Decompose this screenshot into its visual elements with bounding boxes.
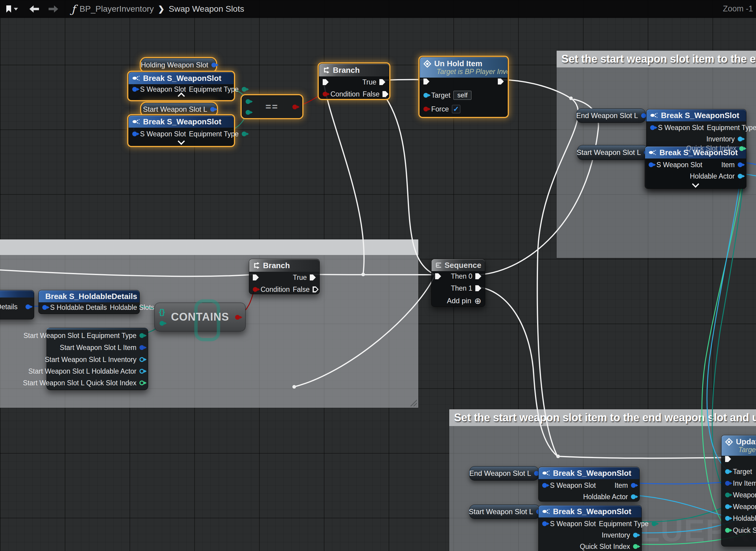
input-pin-s-weapon-slot[interactable] [132,131,137,136]
output-pin-item[interactable] [631,483,636,488]
input-pin-target[interactable] [725,469,730,474]
exec-out-true-pin[interactable] [310,274,316,281]
output-pin-quick-slot-index[interactable] [140,381,144,385]
input-pin-s-weapon-slot[interactable] [132,87,137,92]
node-header[interactable] [0,290,34,298]
node-break-s-weaponslot-4[interactable]: Break S_WeaponSlot S Weapon Slot Item Ho… [645,146,746,189]
breadcrumb-current[interactable]: Swap Weapon Slots [169,4,244,14]
node-get-end-weapon-slot-l[interactable]: End Weapon Slot L [576,108,646,123]
input-pin-s-weapon-slot[interactable] [542,521,547,526]
bookmark-button[interactable] [3,2,20,16]
node-header[interactable]: Break S_WeaponSlot [129,72,234,84]
node-branch-middle[interactable]: Branch True Condition False [249,259,320,294]
node-get-holding-weapon-slot[interactable]: Holding Weapon Slot [141,58,216,72]
output-pin-result[interactable] [292,105,297,109]
node-equal-equal[interactable]: == [242,95,302,118]
node-header[interactable]: Sequence [432,259,485,271]
output-pin-holdable-actor[interactable] [140,369,144,374]
exec-out-true-pin[interactable] [380,79,386,85]
back-button[interactable] [26,2,42,16]
output-pin-holdable-actor[interactable] [631,494,636,499]
output-pin-start-weapon-slot-l[interactable] [210,107,215,112]
exec-in-pin[interactable] [725,456,731,462]
node-header[interactable]: Branch [249,259,319,272]
input-pin-s-holdable-details[interactable] [42,305,47,310]
zoom-level-label: Zoom -1 [723,4,753,13]
output-pin[interactable] [25,305,30,309]
node-sequence[interactable]: Sequence Then 0 Then 1 Add pin ⊕ [431,259,485,307]
input-pin-condition[interactable] [253,287,258,292]
exec-in-pin[interactable] [253,274,259,281]
input-pin-force[interactable] [424,107,428,111]
output-pin-quick-slot-index[interactable] [633,544,638,549]
output-pin-holding-weapon-slot[interactable] [211,63,216,67]
collapse-chevron-icon[interactable] [178,92,185,99]
node-break-s-weaponslot-1[interactable]: Break S_WeaponSlot S Weapon Slot Equipme… [129,72,234,100]
output-pin-inventory[interactable] [140,357,144,362]
input-pin-quick-slot[interactable] [725,528,730,533]
node-local-variable-outputs[interactable]: Start Weapon Slot L Equipment Type Start… [46,328,148,390]
node-update-weapon-clipped[interactable]: Update W Target is B Target Inv Item Wea… [721,435,756,547]
output-pin[interactable] [641,113,646,118]
output-pin-item[interactable] [140,345,144,350]
output-pin-holdable-actor[interactable] [738,174,743,178]
force-checkbox[interactable]: ✓ [452,105,460,113]
output-pin-item[interactable] [738,162,743,167]
node-get-end-weapon-slot-l-bottom[interactable]: End Weapon Slot L [469,466,539,481]
input-pin-target[interactable] [424,93,428,98]
exec-out-false-pin[interactable] [383,91,388,97]
node-contains[interactable]: CONTAINS {} [155,303,246,332]
input-pin-item-to-find[interactable] [160,321,164,326]
exec-out-then0-pin[interactable] [475,273,481,279]
input-pin-weapon-slot-1[interactable] [725,493,730,497]
node-header[interactable]: Break S_WeaponSlot [129,116,234,128]
node-un-hold-item[interactable]: Un Hold Item Target is BP Player Invento… [420,57,508,117]
node-break-s-weaponslot-2[interactable]: Break S_WeaponSlot S Weapon Slot Equipme… [129,115,234,146]
input-pin-condition[interactable] [323,92,327,96]
output-pin-result[interactable] [235,315,240,320]
output-pin-equipment-type[interactable] [242,87,247,92]
node-header[interactable]: Branch [319,64,389,76]
exec-in-pin[interactable] [424,78,430,84]
node-header[interactable]: Break S_WeaponSlot [539,467,640,479]
input-pin-weapon-slot-2[interactable] [725,504,730,509]
input-pin-inv-item[interactable] [725,481,730,486]
exec-in-pin[interactable] [323,79,329,85]
breadcrumb-parent[interactable]: BP_PlayerInventory [79,4,154,14]
node-break-s-weaponslot-5[interactable]: Break S_WeaponSlot S Weapon Slot Item Ho… [538,467,640,502]
node-header[interactable]: Update W Target is B [722,435,756,456]
output-pin-equipment-type[interactable] [140,333,144,338]
input-pin-s-weapon-slot[interactable] [649,162,654,167]
exec-in-pin[interactable] [435,273,441,279]
exec-out-then1-pin[interactable] [475,285,481,291]
node-break-s-holdabledetails[interactable]: Break S_HoldableDetails S Holdable Detai… [38,290,140,314]
input-pin-a[interactable] [246,99,250,104]
input-pin-s-weapon-slot[interactable] [542,483,547,488]
output-pin-inventory[interactable] [633,533,638,538]
node-break-s-weaponslot-6[interactable]: Break S_WeaponSlot S Weapon Slot Equipme… [538,505,642,551]
output-pin-inventory[interactable] [738,137,743,141]
node-branch-top[interactable]: Branch True Condition False [319,63,389,99]
node-get-start-weapon-slot-l-2[interactable]: Start Weapon Slot L [577,145,648,160]
add-pin-button[interactable]: Add pin ⊕ [447,296,481,306]
node-header[interactable]: Break S_HoldableDetails [39,290,140,302]
node-get-start-weapon-slot-l[interactable]: Start Weapon Slot L [141,103,217,116]
forward-button[interactable] [46,2,61,16]
expand-chevron-icon[interactable] [178,137,185,145]
node-header[interactable]: Un Hold Item Target is BP Player Invento… [420,57,507,78]
expand-chevron-icon[interactable] [692,180,699,187]
output-pin-equipment-type[interactable] [242,131,247,136]
input-pin-target-array[interactable]: {} [159,310,165,314]
input-pin-b[interactable] [246,110,250,115]
exec-out-false-pin[interactable] [312,287,318,293]
exec-out-pin[interactable] [498,78,504,84]
output-pin-quick-slot-index[interactable] [739,146,744,151]
target-self-field[interactable]: self [453,91,471,100]
node-get-start-weapon-slot-l-bottom[interactable]: Start Weapon Slot L [469,505,540,519]
input-pin-holdable[interactable] [725,516,730,521]
input-pin-s-weapon-slot[interactable] [650,125,655,130]
node-header[interactable]: Break S_WeaponSlot [647,109,746,121]
node-holdable-details-clipped[interactable]: ble Details [0,290,34,320]
node-header[interactable]: Break S_WeaponSlot [539,505,642,517]
output-pin-equipment-type[interactable] [652,521,657,526]
